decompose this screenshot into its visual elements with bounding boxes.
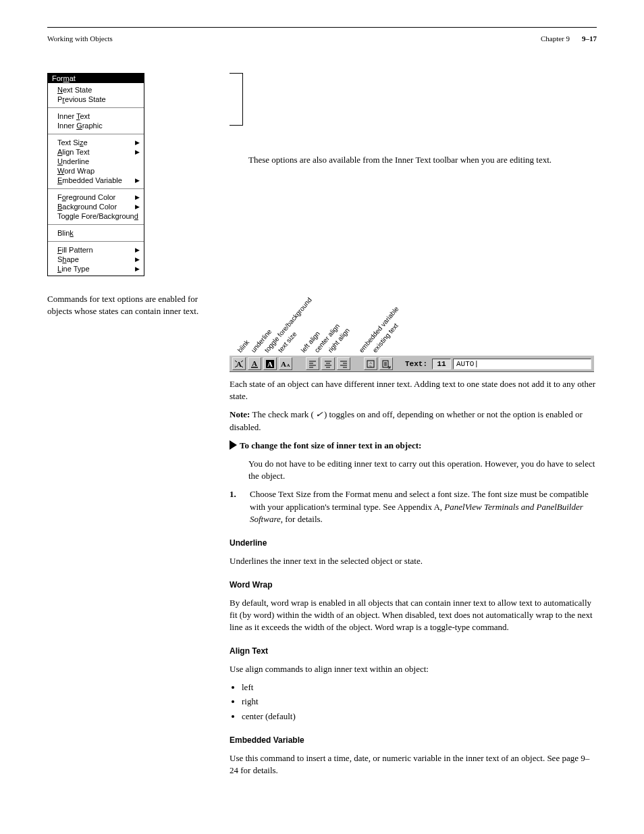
align-left-button[interactable] xyxy=(306,357,319,370)
submenu-arrow-icon: ▶ xyxy=(135,194,140,201)
toolbar-figure: blinkunderlinetoggle fore/backgroundtext… xyxy=(230,284,594,372)
embedded-variable-text: Use this command to insert a time, date,… xyxy=(230,752,597,777)
embedded-variable-button[interactable]: A% xyxy=(364,357,377,370)
svg-text:A: A xyxy=(236,360,242,368)
svg-rect-26 xyxy=(383,361,388,367)
list-item: center (default) xyxy=(242,710,597,723)
text-options-para: Commands for text options are enabled fo… xyxy=(47,293,209,317)
header-chapter-num: 9–17 xyxy=(582,34,597,43)
svg-text:A: A xyxy=(267,360,273,368)
menu-item[interactable]: Toggle Fore/Background xyxy=(48,211,144,221)
svg-text:%: % xyxy=(369,365,372,368)
blink-button[interactable]: A xyxy=(232,357,246,370)
svg-rect-23 xyxy=(367,361,374,367)
submenu-arrow-icon: ▶ xyxy=(135,177,140,184)
list-item: right xyxy=(242,696,597,708)
submenu-arrow-icon: ▶ xyxy=(135,139,140,146)
heading-underline: Underline xyxy=(230,538,597,549)
menu-item[interactable]: Next State xyxy=(48,85,144,95)
procedure-heading: To change the font size of inner text in… xyxy=(230,440,597,452)
inner-text-toolbar: A A A AA xyxy=(230,355,594,372)
svg-line-1 xyxy=(235,361,237,362)
text-size-button[interactable]: AA xyxy=(279,357,292,370)
heading-embedded-variable: Embedded Variable xyxy=(230,735,597,746)
para-each-state: Each state of an object can have differe… xyxy=(230,378,597,402)
menu-item[interactable]: Line Type▶ xyxy=(48,264,144,273)
menu-item[interactable]: Foreground Color▶ xyxy=(48,192,144,202)
word-wrap-text: By default, word wrap is enabled in all … xyxy=(230,597,597,634)
text-input[interactable]: AUTO| xyxy=(453,359,591,369)
menu-item[interactable]: Align Text▶ xyxy=(48,147,144,157)
menu-item[interactable]: Text Size▶ xyxy=(48,138,144,147)
header-left: Working with Objects xyxy=(47,34,113,43)
submenu-arrow-icon: ▶ xyxy=(135,246,140,253)
format-menu[interactable]: Format Next StatePrevious StateInner Tex… xyxy=(47,73,144,276)
heading-word-wrap: Word Wrap xyxy=(230,579,597,591)
toggle-fg-bg-button[interactable]: A xyxy=(263,357,277,370)
align-right-button[interactable] xyxy=(337,357,350,370)
intro-text: These options are also available from th… xyxy=(248,155,552,165)
svg-line-3 xyxy=(235,366,237,367)
align-list: leftrightcenter (default) xyxy=(230,681,597,723)
text-label: Text: xyxy=(405,360,427,368)
menu-item[interactable]: Background Color▶ xyxy=(48,202,144,211)
svg-text:A: A xyxy=(252,359,257,367)
svg-text:A: A xyxy=(369,361,372,365)
procedure-note: You do not have to be editing inner text… xyxy=(248,458,597,482)
text-size-value[interactable]: 11 xyxy=(432,359,451,369)
submenu-arrow-icon: ▶ xyxy=(135,265,140,272)
menu-item[interactable]: Underline xyxy=(48,157,144,166)
menu-item[interactable]: Word Wrap xyxy=(48,166,144,176)
menu-item[interactable]: Embedded Variable▶ xyxy=(48,176,144,185)
header-chapter-label: Chapter 9 xyxy=(541,34,570,43)
submenu-arrow-icon: ▶ xyxy=(135,149,140,155)
menu-item[interactable]: Previous State xyxy=(48,95,144,104)
submenu-arrow-icon: ▶ xyxy=(135,256,140,263)
svg-line-4 xyxy=(241,366,243,367)
menu-item[interactable]: Fill Pattern▶ xyxy=(48,245,144,255)
menu-item[interactable]: Shape▶ xyxy=(48,255,144,264)
list-item: left xyxy=(242,681,597,694)
format-menu-title[interactable]: Format xyxy=(48,74,144,83)
svg-text:A: A xyxy=(286,363,290,368)
svg-line-2 xyxy=(241,361,243,362)
toolbar-callout: blink xyxy=(236,338,251,354)
menu-item[interactable]: Inner Text xyxy=(48,111,144,121)
triangle-icon xyxy=(230,440,237,450)
page-header: Working with Objects Chapter 9 9–17 xyxy=(47,34,597,43)
submenu-arrow-icon: ▶ xyxy=(135,203,140,210)
step-1: 1. Choose Text Size from the Format menu… xyxy=(230,488,597,525)
menu-item[interactable]: Blink xyxy=(48,228,144,238)
svg-rect-7 xyxy=(266,360,274,368)
svg-text:A: A xyxy=(281,360,286,368)
underline-text: Underlines the inner text in the selecte… xyxy=(230,555,597,567)
menu-item[interactable]: Inner Graphic xyxy=(48,121,144,130)
underline-button[interactable]: A xyxy=(248,357,261,370)
existing-text-button[interactable] xyxy=(379,357,393,370)
align-center-button[interactable] xyxy=(321,357,335,370)
note-para: Note: The check mark (✓) toggles on and … xyxy=(230,409,597,433)
heading-align-text: Align Text xyxy=(230,646,597,657)
check-icon: ✓ xyxy=(315,409,323,422)
align-intro: Use align commands to align inner text w… xyxy=(230,663,597,675)
